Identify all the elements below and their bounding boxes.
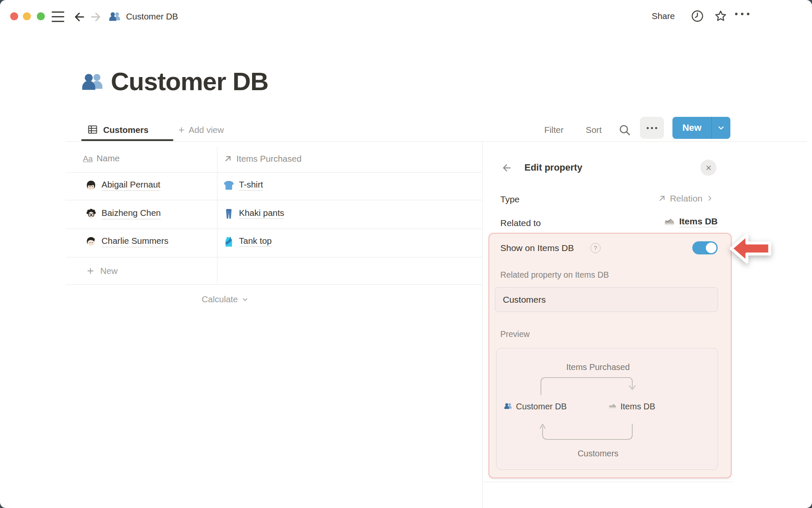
- row-divider: [66, 229, 482, 229]
- more-menu-icon[interactable]: [735, 13, 749, 15]
- add-view-button[interactable]: Add view: [177, 126, 224, 135]
- view-options-button[interactable]: [640, 117, 664, 139]
- row-divider: [66, 257, 482, 257]
- filter-button[interactable]: Filter: [544, 126, 564, 135]
- favorite-star-icon[interactable]: [714, 9, 727, 23]
- people-icon: [108, 10, 121, 23]
- show-on-label: Show on Items DB: [500, 243, 574, 252]
- sidebar-menu-icon[interactable]: [52, 11, 64, 22]
- page-title[interactable]: Customer DB: [111, 69, 268, 94]
- preview-node-items-db: Items DB: [608, 402, 655, 411]
- avatar: [85, 208, 97, 220]
- forward-icon[interactable]: [89, 10, 102, 24]
- panel-bottom-divider: [482, 482, 734, 482]
- plus-icon: [177, 126, 186, 134]
- calculate-label: Calculate: [202, 295, 238, 304]
- calculate-button[interactable]: Calculate: [202, 295, 249, 304]
- table-view-icon: [87, 124, 98, 135]
- type-label: Type: [500, 195, 520, 204]
- row-divider: [66, 200, 482, 200]
- table-row-item-cell[interactable]: T-shirt: [223, 180, 263, 191]
- page-icon-people[interactable]: [80, 70, 105, 94]
- updates-clock-icon[interactable]: [691, 9, 704, 23]
- type-value-button[interactable]: Relation: [658, 194, 714, 203]
- sneaker-icon: [608, 402, 617, 411]
- column-header-label: Items Purchased: [236, 155, 302, 163]
- table-row-name-cell[interactable]: Charlie Summers: [85, 236, 168, 248]
- related-to-label: Related to: [500, 218, 541, 227]
- panel-close-button[interactable]: [700, 160, 716, 176]
- breadcrumb[interactable]: Customer DB: [108, 10, 178, 23]
- related-to-value-button[interactable]: Items DB: [664, 216, 718, 228]
- panel-divider: [482, 142, 483, 508]
- row-name: Charlie Summers: [102, 237, 168, 247]
- table-row-item-cell[interactable]: Tank top: [223, 236, 272, 247]
- chevron-down-icon: [716, 123, 726, 133]
- text-property-icon: Aa: [83, 155, 93, 163]
- relation-preview: Items Purchased Customer DB: [496, 348, 718, 470]
- share-button[interactable]: Share: [652, 12, 675, 21]
- pants-icon: [223, 208, 234, 219]
- table-row-name-cell[interactable]: Baizheng Chen: [85, 208, 161, 220]
- relation-icon: [223, 154, 233, 163]
- related-to-value: Items DB: [679, 217, 718, 227]
- preview-left-node-label: Customer DB: [516, 402, 567, 411]
- chevron-right-icon: [706, 194, 714, 202]
- app-window: Customer DB Share Customer DB Customers …: [0, 0, 812, 508]
- sneaker-icon: [664, 216, 675, 228]
- toggle-knob: [706, 243, 716, 253]
- preview-node-customer-db: Customer DB: [504, 402, 567, 411]
- new-button[interactable]: New: [672, 117, 730, 139]
- preview-arrow-right: [539, 375, 636, 396]
- type-value: Relation: [670, 194, 702, 203]
- minimize-window-button[interactable]: [23, 12, 31, 20]
- row-name: Abigail Pernaut: [102, 180, 160, 191]
- breadcrumb-label: Customer DB: [126, 12, 178, 21]
- column-divider[interactable]: [217, 146, 217, 284]
- help-glyph: ?: [594, 245, 597, 251]
- add-view-label: Add view: [189, 126, 224, 135]
- search-icon[interactable]: [618, 124, 631, 136]
- new-dropdown-button[interactable]: [711, 117, 730, 139]
- active-tab-underline: [81, 139, 173, 141]
- avatar: [85, 236, 97, 248]
- close-window-button[interactable]: [10, 12, 18, 20]
- sort-button[interactable]: Sort: [586, 126, 602, 135]
- column-header-label: Name: [96, 154, 120, 163]
- annotation-arrow-icon: [728, 231, 772, 266]
- zoom-window-button[interactable]: [37, 12, 45, 20]
- help-icon[interactable]: ?: [590, 243, 601, 253]
- show-on-toggle[interactable]: [692, 241, 718, 254]
- related-property-input[interactable]: [495, 287, 718, 312]
- row-divider: [66, 172, 482, 173]
- column-header-items-purchased[interactable]: Items Purchased: [223, 154, 302, 163]
- chevron-down-icon: [241, 295, 249, 304]
- new-row-button[interactable]: New: [86, 266, 118, 276]
- related-property-label: Related property on Items DB: [500, 271, 609, 279]
- preview-arrow-left: [539, 423, 636, 443]
- row-name: Baizheng Chen: [102, 209, 161, 219]
- row-item: T-shirt: [239, 180, 263, 191]
- toolbar-divider: [66, 141, 807, 142]
- row-item: Khaki pants: [239, 209, 284, 219]
- tshirt-icon: [223, 180, 234, 191]
- close-icon: [705, 164, 712, 171]
- tab-customers[interactable]: Customers: [103, 126, 148, 135]
- preview-top-label: Items Purchased: [497, 363, 700, 371]
- preview-bottom-label: Customers: [497, 449, 700, 458]
- panel-back-icon[interactable]: [501, 162, 513, 174]
- row-item: Tank top: [239, 237, 272, 247]
- preview-right-node-label: Items DB: [620, 402, 655, 411]
- relation-icon: [658, 194, 667, 203]
- table-row-name-cell[interactable]: Abigail Pernaut: [85, 180, 160, 191]
- preview-label: Preview: [500, 330, 529, 339]
- avatar: [85, 180, 97, 191]
- new-button-label[interactable]: New: [672, 117, 711, 139]
- new-row-label: New: [100, 267, 118, 276]
- people-icon: [504, 402, 513, 411]
- panel-title: Edit property: [524, 163, 582, 172]
- table-row-item-cell[interactable]: Khaki pants: [223, 208, 284, 219]
- back-icon[interactable]: [73, 10, 86, 24]
- column-header-name[interactable]: Aa Name: [83, 154, 120, 163]
- row-divider: [66, 284, 482, 285]
